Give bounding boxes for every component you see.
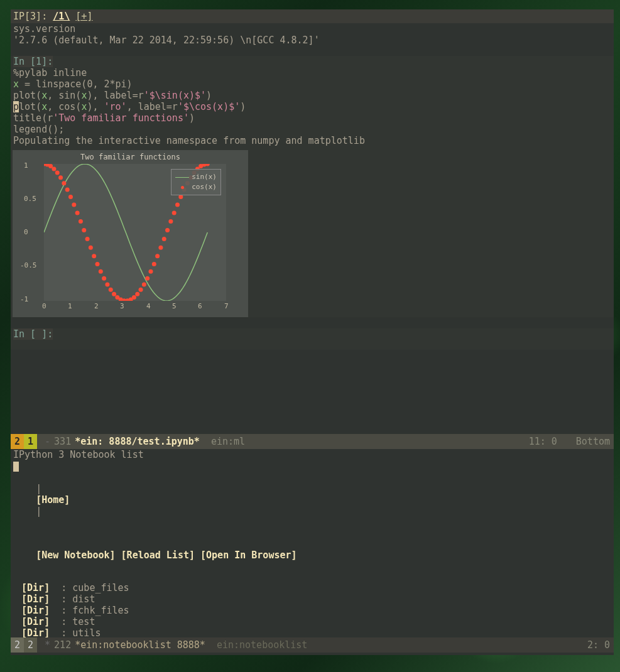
- svg-point-35: [158, 246, 163, 250]
- modeline2-mode: ein:notebooklist: [217, 639, 308, 651]
- modeline-badge-2: 1: [24, 434, 37, 449]
- svg-point-40: [175, 202, 180, 207]
- svg-point-4: [55, 171, 60, 175]
- svg-point-12: [82, 228, 86, 232]
- svg-point-31: [145, 276, 150, 281]
- svg-point-29: [139, 288, 143, 292]
- dir-link[interactable]: [Dir]: [21, 605, 50, 616]
- cell-2[interactable]: In [ ]:: [11, 328, 614, 350]
- cell-1[interactable]: In [1]: %pylab inline x = linspace(0, 2*…: [11, 56, 614, 317]
- svg-point-41: [178, 195, 183, 199]
- svg-point-14: [89, 246, 93, 250]
- modeline-badge-1: 2: [11, 434, 24, 449]
- svg-point-19: [105, 282, 109, 286]
- header-tab-add[interactable]: [+]: [75, 11, 92, 22]
- list-item: [Dir] : fchk_files: [13, 605, 611, 616]
- new-notebook-button[interactable]: [New Notebook]: [36, 550, 115, 561]
- svg-point-6: [62, 181, 66, 185]
- modeline-bottom: 22 * 212 *ein:notebooklist 8888* ein:not…: [11, 637, 614, 653]
- modeline-scroll: Bottom: [576, 436, 614, 447]
- modeline-mode: ein:ml: [211, 436, 245, 447]
- header-line: IP[3]: /1\ [+]: [11, 9, 614, 23]
- modeline2-buffer: *ein:notebooklist 8888*: [75, 639, 205, 651]
- cell-output-sysversion: sys.version '2.7.6 (default, Mar 22 2014…: [11, 23, 614, 46]
- svg-point-30: [142, 282, 146, 286]
- svg-point-7: [65, 188, 70, 192]
- text-cursor-2: [13, 462, 19, 472]
- svg-point-9: [72, 202, 76, 207]
- svg-point-11: [79, 219, 83, 224]
- svg-point-8: [68, 195, 73, 199]
- header-tab-1[interactable]: /1\: [53, 11, 70, 22]
- dir-link[interactable]: [Dir]: [21, 616, 50, 627]
- cell-1-code[interactable]: %pylab inline x = linspace(0, 2*pi) plot…: [11, 67, 614, 135]
- svg-point-21: [112, 292, 116, 296]
- list-item: [Dir] : test: [13, 616, 611, 627]
- svg-point-27: [132, 295, 136, 300]
- svg-point-17: [99, 269, 103, 274]
- modeline-buffer: *ein: 8888/test.ipynb*: [75, 436, 200, 447]
- svg-point-18: [102, 276, 106, 281]
- svg-point-49: [205, 164, 210, 166]
- text-cursor: p: [13, 101, 19, 112]
- cell-1-output-text: Populating the interactive namespace fro…: [11, 135, 614, 146]
- plot-output: Two familiar functions sin(x) cos(x) 1 0…: [13, 150, 248, 317]
- svg-point-32: [148, 269, 153, 274]
- cell-1-prompt: In [1]:: [13, 56, 53, 67]
- notebooklist-pane[interactable]: IPython 3 Notebook list | [Home] | [New …: [11, 449, 614, 637]
- modeline2-pos: 2: 0: [587, 639, 614, 651]
- list-item: [Dir] : dist: [13, 593, 611, 605]
- reload-list-button[interactable]: [Reload List]: [121, 550, 195, 561]
- home-link[interactable]: [Home]: [36, 494, 70, 506]
- dir-link[interactable]: [Dir]: [21, 593, 50, 605]
- svg-point-16: [95, 262, 99, 266]
- dir-link[interactable]: [Dir]: [21, 582, 50, 593]
- list-item: [Dir] : cube_files: [13, 582, 611, 593]
- modeline2-badge-2: 2: [24, 637, 37, 653]
- svg-point-28: [135, 292, 139, 296]
- svg-point-38: [168, 219, 173, 224]
- svg-point-5: [58, 175, 63, 180]
- notebook-pane[interactable]: IP[3]: /1\ [+] sys.version '2.7.6 (defau…: [11, 9, 614, 434]
- open-in-browser-button[interactable]: [Open In Browser]: [200, 550, 297, 561]
- svg-point-10: [75, 210, 80, 215]
- svg-point-34: [155, 254, 160, 258]
- svg-point-20: [109, 288, 113, 292]
- svg-point-33: [152, 262, 156, 266]
- svg-point-15: [92, 254, 96, 258]
- modeline-line: 331: [54, 436, 71, 447]
- cell-2-prompt: In [ ]:: [13, 328, 53, 340]
- modeline2-line: 212: [54, 639, 71, 651]
- minibuffer[interactable]: [11, 653, 614, 655]
- modeline-pos: 11: 0: [529, 436, 557, 447]
- modeline-top: 21 - 331 *ein: 8888/test.ipynb* ein:ml 1…: [11, 434, 614, 449]
- header-prefix: IP[3]:: [13, 11, 47, 22]
- notebooklist-title: IPython 3 Notebook list: [11, 449, 614, 460]
- svg-point-39: [172, 210, 177, 215]
- svg-point-13: [85, 237, 90, 241]
- svg-point-3: [52, 166, 56, 171]
- svg-point-37: [165, 228, 170, 232]
- plot-title: Two familiar functions: [13, 153, 248, 161]
- svg-point-36: [162, 237, 166, 241]
- modeline2-badge-1: 2: [11, 637, 24, 653]
- plot-legend: sin(x) cos(x): [171, 169, 221, 195]
